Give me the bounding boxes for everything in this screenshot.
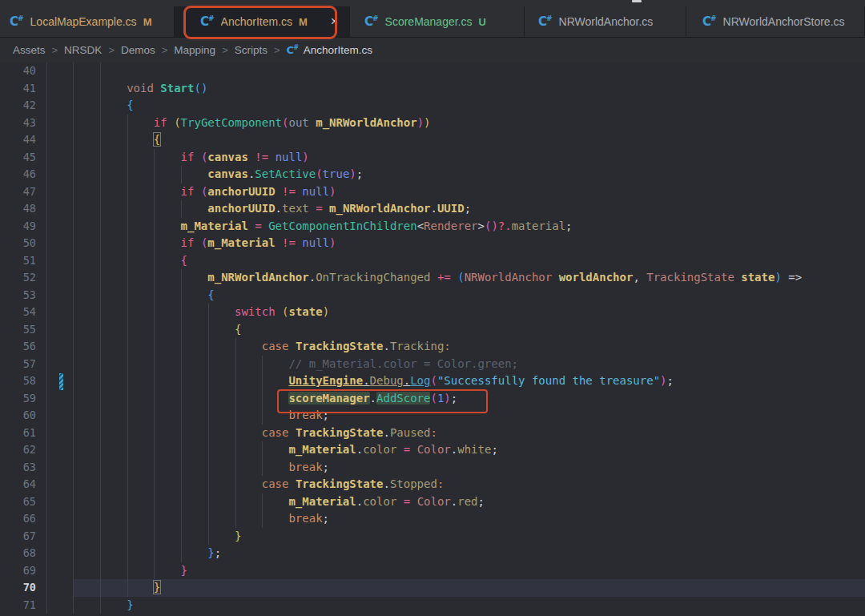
code-line-43[interactable]: 43 if (TryGetComponent(out m_NRWorldAnch… [0, 115, 865, 132]
code-line-44[interactable]: 44 { [0, 131, 865, 149]
code-token: text [282, 202, 309, 215]
code-token [46, 340, 262, 352]
code-line-52[interactable]: 52 m_NRWorldAnchor.OnTrackingChanged += … [0, 269, 865, 287]
code-line-54[interactable]: 54 switch (state) [0, 304, 865, 321]
tab-anchoritem-cs[interactable]: C#AnchorItem.csM× [175, 6, 350, 37]
code-line-63[interactable]: 63 break; [0, 459, 865, 477]
line-number[interactable]: 69 [0, 562, 36, 580]
code-line-70[interactable]: 70 } [0, 579, 865, 597]
breadcrumb-item-assets[interactable]: Assets [13, 44, 46, 56]
breadcrumb-file[interactable]: AnchorItem.cs [304, 44, 372, 56]
breadcrumb-item-scripts[interactable]: Scripts [235, 44, 268, 56]
line-number[interactable]: 62 [0, 441, 36, 459]
line-number[interactable]: 55 [0, 321, 36, 339]
line-number[interactable]: 68 [0, 545, 36, 562]
line-number[interactable]: 40 [0, 62, 36, 80]
code-text: case TrackingState.Tracking: [46, 340, 451, 352]
line-number[interactable]: 42 [0, 97, 36, 115]
code-text: anchorUUID.text = m_NRWorldAnchor.UUID; [46, 202, 471, 215]
code-token: . [276, 202, 282, 215]
vcs-change-marker[interactable] [59, 373, 63, 390]
line-number[interactable]: 41 [0, 80, 36, 98]
line-number[interactable]: 45 [0, 149, 36, 167]
line-number[interactable]: 49 [0, 218, 36, 236]
line-number[interactable]: 43 [0, 115, 36, 132]
tab-nrworldanchorstore-cs[interactable]: C#NRWorldAnchorStore.cs [686, 6, 865, 37]
code-text: m_NRWorldAnchor.OnTrackingChanged += (NR… [46, 271, 802, 284]
code-line-59[interactable]: 59 scoreManager.AddScore(1); [0, 390, 865, 408]
close-tab-icon[interactable]: × [329, 15, 340, 28]
code-line-41[interactable]: 41 void Start() [0, 80, 865, 98]
line-number[interactable]: 65 [0, 493, 36, 511]
line-number[interactable]: 63 [0, 459, 36, 477]
code-line-56[interactable]: 56 case TrackingState.Tracking: [0, 338, 865, 356]
line-number[interactable]: 66 [0, 510, 36, 528]
line-number[interactable]: 52 [0, 269, 36, 287]
breadcrumb-item-mapping[interactable]: Mapping [174, 44, 215, 56]
breadcrumb-item-nrsdk[interactable]: NRSDK [64, 44, 102, 56]
code-editor[interactable]: 4041 void Start()42 {43 if (TryGetCompon… [0, 62, 865, 616]
line-number[interactable]: 51 [0, 252, 36, 270]
code-line-45[interactable]: 45 if (canvas != null) [0, 149, 865, 167]
line-number[interactable]: 56 [0, 338, 36, 356]
code-token: Debug [370, 374, 404, 387]
code-line-62[interactable]: 62 m_Material.color = Color.white; [0, 441, 865, 459]
code-line-40[interactable]: 40 [0, 62, 865, 80]
breadcrumb-separator: > [162, 44, 168, 56]
line-number[interactable]: 50 [0, 235, 36, 252]
code-line-48[interactable]: 48 anchorUUID.text = m_NRWorldAnchor.UUI… [0, 200, 865, 218]
code-line-55[interactable]: 55 { [0, 321, 865, 339]
line-number[interactable]: 54 [0, 304, 36, 321]
code-line-71[interactable]: 71 } [0, 597, 865, 614]
line-number[interactable]: 48 [0, 200, 36, 218]
line-number[interactable]: 60 [0, 407, 36, 425]
code-token: TrackingState [296, 477, 384, 490]
code-line-66[interactable]: 66 break; [0, 510, 865, 528]
code-line-58[interactable]: 58 UnityEngine.Debug.Log("Successfully f… [0, 372, 865, 390]
line-number[interactable]: 47 [0, 183, 36, 201]
code-line-65[interactable]: 65 m_Material.color = Color.red; [0, 493, 865, 511]
code-token: ; [323, 461, 329, 473]
ide-window: C#LocalMapExample.csMC#AnchorItem.csM×C#… [0, 0, 865, 616]
tab-localmapexample-cs[interactable]: C#LocalMapExample.csM [0, 6, 175, 37]
code-token: : [430, 426, 437, 439]
line-number[interactable]: 67 [0, 528, 36, 546]
code-line-67[interactable]: 67 } [0, 528, 865, 546]
code-token [46, 254, 181, 267]
code-text: UnityEngine.Debug.Log("Successfully foun… [46, 374, 674, 387]
line-number[interactable]: 64 [0, 476, 36, 493]
code-line-53[interactable]: 53 { [0, 287, 865, 304]
tab-scoremanager-cs[interactable]: C#ScoreManager.csU [350, 6, 525, 37]
code-line-47[interactable]: 47 if (anchorUUID != null) [0, 183, 865, 201]
code-line-49[interactable]: 49 m_Material = GetComponentInChildren<R… [0, 218, 865, 236]
line-number[interactable]: 44 [0, 131, 36, 149]
code-token: TryGetComponent [181, 116, 282, 129]
code-token: ; [215, 546, 221, 559]
line-number[interactable]: 46 [0, 166, 36, 183]
line-number[interactable]: 57 [0, 356, 36, 373]
code-line-51[interactable]: 51 { [0, 252, 865, 270]
code-line-60[interactable]: 60 break; [0, 407, 865, 425]
line-number[interactable]: 58 [0, 372, 36, 390]
code-line-61[interactable]: 61 case TrackingState.Paused: [0, 425, 865, 442]
line-number[interactable]: 53 [0, 287, 36, 304]
code-text: break; [46, 512, 329, 525]
code-line-69[interactable]: 69 } [0, 562, 865, 580]
code-line-68[interactable]: 68 }; [0, 545, 865, 562]
line-number[interactable]: 61 [0, 425, 36, 442]
line-number[interactable]: 59 [0, 390, 36, 408]
line-number[interactable]: 71 [0, 597, 36, 614]
code-line-57[interactable]: 57 // m_Material.color = Color.green; [0, 356, 865, 373]
breadcrumb-item-demos[interactable]: Demos [121, 44, 155, 56]
code-line-42[interactable]: 42 { [0, 97, 865, 115]
code-line-64[interactable]: 64 case TrackingState.Stopped: [0, 476, 865, 493]
code-token: null [302, 185, 329, 198]
code-token [262, 219, 268, 232]
tab-nrworldanchor-cs[interactable]: C#NRWorldAnchor.cs [525, 6, 686, 37]
line-number[interactable]: 70 [0, 579, 36, 597]
code-text: break; [46, 461, 329, 473]
code-token: . [431, 202, 437, 215]
code-line-50[interactable]: 50 if (m_Material != null) [0, 235, 865, 252]
code-token: { [235, 323, 241, 336]
code-line-46[interactable]: 46 canvas.SetActive(true); [0, 166, 865, 183]
